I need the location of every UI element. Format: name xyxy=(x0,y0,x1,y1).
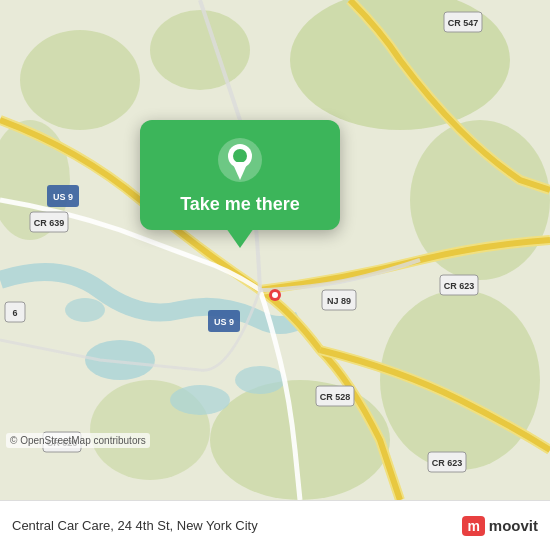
svg-point-12 xyxy=(65,298,105,322)
svg-point-4 xyxy=(20,30,140,130)
svg-text:6: 6 xyxy=(12,308,17,318)
svg-point-34 xyxy=(272,292,278,298)
map-container: US 9 US 9 CR 547 CR 639 CR 623 CR 623 CR… xyxy=(0,0,550,500)
svg-text:CR 528: CR 528 xyxy=(320,392,351,402)
svg-text:CR 623: CR 623 xyxy=(444,281,475,291)
popup-card: Take me there xyxy=(140,120,340,230)
svg-text:US 9: US 9 xyxy=(214,317,234,327)
place-name: Central Car Care, 24 4th St, New York Ci… xyxy=(12,518,258,533)
svg-text:CR 639: CR 639 xyxy=(34,218,65,228)
map-svg: US 9 US 9 CR 547 CR 639 CR 623 CR 623 CR… xyxy=(0,0,550,500)
svg-point-6 xyxy=(150,10,250,90)
take-me-there-button[interactable]: Take me there xyxy=(180,194,300,216)
moovit-logo: m moovit xyxy=(462,516,538,536)
svg-text:CR 547: CR 547 xyxy=(448,18,479,28)
svg-point-11 xyxy=(235,366,285,394)
moovit-m-icon: m xyxy=(462,516,484,536)
bottom-bar: Central Car Care, 24 4th St, New York Ci… xyxy=(0,500,550,550)
svg-point-37 xyxy=(233,149,247,163)
svg-point-10 xyxy=(170,385,230,415)
svg-text:CR 623: CR 623 xyxy=(432,458,463,468)
svg-text:US 9: US 9 xyxy=(53,192,73,202)
map-attribution: © OpenStreetMap contributors xyxy=(6,433,150,448)
svg-text:NJ 89: NJ 89 xyxy=(327,296,351,306)
location-pin-icon xyxy=(216,136,264,184)
moovit-text: moovit xyxy=(489,517,538,534)
